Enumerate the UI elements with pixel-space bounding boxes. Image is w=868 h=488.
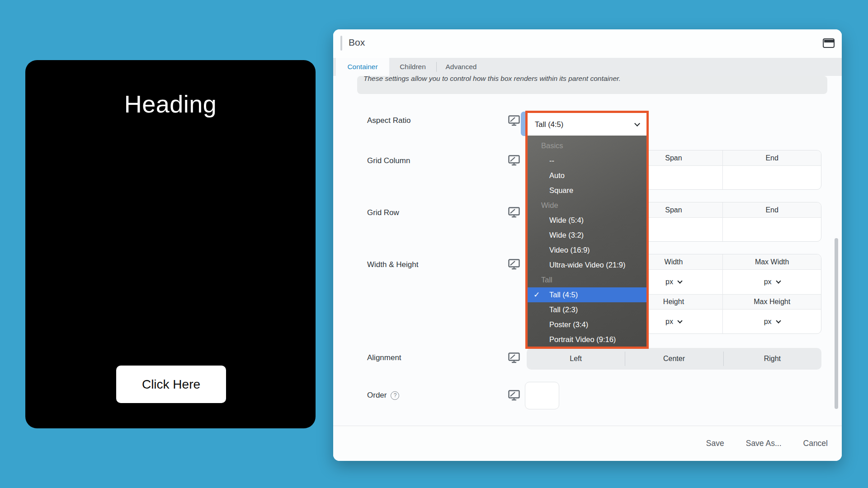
grid-column-label: Grid Column xyxy=(367,156,410,165)
cancel-button[interactable]: Cancel xyxy=(803,439,828,448)
chevron-down-icon xyxy=(677,278,682,283)
preview-box: Heading Click Here xyxy=(25,60,316,428)
section-description: These settings allow you to control how … xyxy=(357,76,827,94)
menu-item-square[interactable]: Square xyxy=(528,183,646,198)
width-height-label: Width & Height xyxy=(367,260,418,269)
aspect-ratio-label: Aspect Ratio xyxy=(367,116,410,125)
max-height-unit-select[interactable]: px xyxy=(764,318,780,326)
tab-container[interactable]: Container xyxy=(336,58,389,76)
menu-group-basics: Basics xyxy=(528,138,646,153)
alignment-right-button[interactable]: Right xyxy=(723,348,821,370)
menu-item-wide-3-2[interactable]: Wide (3:2) xyxy=(528,228,646,243)
max-height-unit-cell: px xyxy=(722,310,821,333)
grid-row-responsive-monitor-icon[interactable] xyxy=(508,207,520,218)
menu-item-tall-4-5-label: Tall (4:5) xyxy=(549,291,578,299)
alignment-responsive-monitor-icon[interactable] xyxy=(508,352,520,363)
menu-item-none[interactable]: -- xyxy=(528,153,646,168)
menu-item-tall-2-3[interactable]: Tall (2:3) xyxy=(528,302,646,317)
width-unit-select[interactable]: px xyxy=(665,278,682,286)
alignment-left-button[interactable]: Left xyxy=(527,348,625,370)
aspect-ratio-select[interactable]: Tall (4:5) xyxy=(528,113,646,136)
aspect-ratio-menu: Basics -- Auto Square Wide Wide (5:4) Wi… xyxy=(528,136,646,347)
checkmark-icon: ✓ xyxy=(533,290,540,300)
height-unit-select[interactable]: px xyxy=(665,318,682,326)
page-background: Heading Click Here Box Container Childre… xyxy=(0,0,868,488)
menu-item-portrait-video-9-16[interactable]: Portrait Video (9:16) xyxy=(528,332,646,347)
height-unit-value: px xyxy=(665,318,673,326)
max-height-unit-value: px xyxy=(764,318,772,326)
tab-advanced[interactable]: Advanced xyxy=(437,58,486,76)
window-mode-icon[interactable] xyxy=(823,38,835,48)
order-label-text: Order xyxy=(367,391,387,400)
order-label: Order ? xyxy=(367,391,399,400)
max-height-header: Max Height xyxy=(722,294,821,310)
tab-children[interactable]: Children xyxy=(389,58,436,76)
aspect-ratio-dropdown-overlay: Tall (4:5) Basics -- Auto Square Wide Wi… xyxy=(525,111,649,349)
panel-title: Box xyxy=(349,37,365,48)
grid-row-end-input[interactable] xyxy=(722,218,821,241)
alignment-control: Left Center Right xyxy=(527,348,821,370)
menu-item-video-16-9[interactable]: Video (16:9) xyxy=(528,243,646,258)
alignment-center-button[interactable]: Center xyxy=(625,348,723,370)
chevron-down-icon xyxy=(677,318,682,323)
menu-item-auto[interactable]: Auto xyxy=(528,168,646,183)
grid-column-responsive-monitor-icon[interactable] xyxy=(508,155,520,166)
chevron-down-icon xyxy=(776,318,781,323)
grid-column-end-header: End xyxy=(722,150,821,166)
menu-group-wide: Wide xyxy=(528,198,646,213)
max-width-header: Max Width xyxy=(722,254,821,270)
menu-item-wide-5-4[interactable]: Wide (5:4) xyxy=(528,213,646,228)
drag-handle-bar xyxy=(340,36,342,51)
panel-header: Box xyxy=(333,29,842,58)
aspect-ratio-responsive-monitor-icon[interactable] xyxy=(508,115,520,126)
menu-item-poster-3-4[interactable]: Poster (3:4) xyxy=(528,317,646,332)
alignment-label: Alignment xyxy=(367,353,401,362)
panel-footer: Save Save As... Cancel xyxy=(333,426,842,461)
window-icon-titlebar xyxy=(824,40,834,42)
save-as-button[interactable]: Save As... xyxy=(746,439,782,448)
order-responsive-monitor-icon[interactable] xyxy=(508,390,520,401)
width-height-responsive-monitor-icon[interactable] xyxy=(508,259,520,270)
menu-group-tall: Tall xyxy=(528,272,646,287)
order-input[interactable] xyxy=(525,382,559,409)
menu-item-ultra-wide-video-21-9[interactable]: Ultra-wide Video (21:9) xyxy=(528,258,646,272)
max-width-unit-select[interactable]: px xyxy=(764,278,780,286)
width-unit-value: px xyxy=(665,278,673,286)
chevron-down-icon xyxy=(776,278,781,283)
save-button[interactable]: Save xyxy=(706,439,724,448)
grid-column-end-input[interactable] xyxy=(722,166,821,189)
preview-click-here-button[interactable]: Click Here xyxy=(116,366,226,403)
panel-scrollbar-thumb[interactable] xyxy=(835,238,838,409)
order-help-icon[interactable]: ? xyxy=(391,391,399,400)
max-width-unit-value: px xyxy=(764,278,772,286)
preview-heading: Heading xyxy=(25,90,316,118)
grid-row-end-header: End xyxy=(722,202,821,218)
menu-item-tall-4-5-selected[interactable]: ✓ Tall (4:5) xyxy=(528,287,646,302)
aspect-ratio-selected-value: Tall (4:5) xyxy=(535,120,563,129)
chevron-down-icon xyxy=(634,121,640,127)
tab-bar: Container Children Advanced xyxy=(333,58,842,76)
section-description-text: These settings allow you to control how … xyxy=(357,76,827,84)
max-width-unit-cell: px xyxy=(722,270,821,294)
grid-row-label: Grid Row xyxy=(367,208,399,217)
